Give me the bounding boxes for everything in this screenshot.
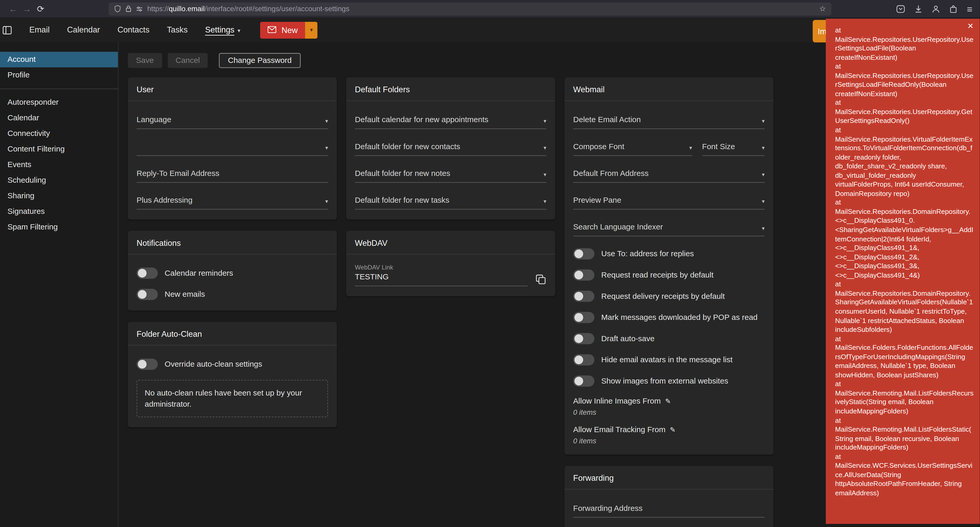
calendar-reminders-toggle-row[interactable]: Calendar reminders [137,266,328,279]
lock-icon[interactable] [125,5,132,13]
hide-avatars-toggle-row[interactable]: Hide email avatars in the message list [573,353,765,366]
toggle-switch[interactable] [573,333,595,344]
toggle-switch[interactable] [573,312,595,323]
url-text[interactable]: https://quillo.email/interface/root#/set… [147,5,815,13]
read-receipts-toggle-row[interactable]: Request read receipts by default [573,268,765,281]
forwarding-card: Forwarding Forwarding Address [565,466,773,527]
reload-icon[interactable]: ⟳ [34,4,48,14]
url-path: /interface/root#/settings/user/account-s… [205,5,349,13]
sidebar-item-content-filtering[interactable]: Content Filtering [0,142,118,157]
default-from-address-select[interactable]: Default From Address ▾ [573,166,765,183]
card-title: Forwarding [565,466,773,490]
use-to-address-toggle-row[interactable]: Use To: address for replies [573,247,765,260]
toggle-label: Request read receipts by default [601,270,714,279]
stack-frame: at MailService.WCF.Services.UserSettings… [835,452,974,497]
toggle-switch[interactable] [573,269,595,280]
chevron-down-icon: ▾ [544,118,547,124]
nav-item-calendar[interactable]: Calendar [58,18,109,42]
stack-frame: at MailService.Repositories.DomainReposi… [835,280,974,334]
default-calendar-select[interactable]: Default calendar for new appointments ▾ [355,112,547,129]
pocket-icon[interactable] [896,5,905,13]
toggle-switch[interactable] [137,358,158,369]
chevron-down-icon: ▾ [325,118,328,124]
default-notes-folder-select[interactable]: Default folder for new notes ▾ [355,166,547,183]
forwarding-address-input[interactable]: Forwarding Address [573,501,765,517]
toggle-switch[interactable] [573,354,595,365]
permissions-icon[interactable] [136,5,143,12]
bookmark-star-icon[interactable]: ☆ [819,5,826,13]
change-password-button[interactable]: Change Password [219,53,300,68]
sidebar-item-profile[interactable]: Profile [0,67,118,83]
extensions-icon[interactable] [949,5,958,13]
sidebar-item-signatures[interactable]: Signatures [0,204,118,220]
toggle-label: Show images from external websites [601,376,729,385]
toggle-switch[interactable] [137,288,158,299]
search-language-indexer-select[interactable]: Search Language Indexer ▾ [573,220,765,236]
plus-addressing-select[interactable]: Plus Addressing ▾ [137,193,328,210]
edit-icon[interactable]: ✎ [670,426,675,434]
close-icon[interactable]: ✕ [967,22,974,31]
list-item-count: 0 items [573,409,765,416]
url-bar[interactable]: https://quillo.email/interface/root#/set… [109,2,832,15]
toggle-switch[interactable] [573,375,595,387]
new-emails-toggle-row[interactable]: New emails [137,287,328,300]
preview-pane-select[interactable]: Preview Pane ▾ [573,193,765,210]
shield-icon[interactable] [114,5,121,13]
nav-item-settings[interactable]: Settings▾ [196,17,249,43]
stack-frame: at MailService.Repositories.UserReposito… [835,98,974,126]
field-label: Delete Email Action [573,115,641,124]
toggle-label: Mark messages downloaded by POP as read [601,313,757,322]
font-size-select[interactable]: Font Size ▾ [702,139,765,156]
toggle-switch[interactable] [573,248,595,259]
copy-icon[interactable] [535,274,546,287]
forward-icon[interactable]: → [20,4,34,14]
language-select[interactable]: Language ▾ [137,112,328,129]
override-auto-clean-toggle-row[interactable]: Override auto-clean settings [137,357,328,370]
back-icon[interactable]: ← [6,4,20,14]
toggle-switch[interactable] [573,290,595,301]
sidebar-item-spam-filtering[interactable]: Spam Filtering [0,220,118,235]
sidebar-item-events[interactable]: Events [0,157,118,173]
sidebar-toggle-icon[interactable] [3,25,12,35]
chevron-down-icon: ▾ [310,27,313,33]
delete-email-action-select[interactable]: Delete Email Action ▾ [573,112,765,129]
downloads-icon[interactable] [915,5,923,13]
draft-auto-save-toggle-row[interactable]: Draft auto-save [573,332,765,345]
toggle-label: Draft auto-save [601,334,655,343]
compose-font-select[interactable]: Compose Font ▾ [573,139,692,156]
external-images-toggle-row[interactable]: Show images from external websites [573,374,765,387]
nav-item-tasks[interactable]: Tasks [158,18,196,42]
webdav-link-value[interactable]: TESTING [355,271,528,287]
nav-item-contacts[interactable]: Contacts [109,18,158,42]
auto-clean-empty-message: No auto-clean rules have been set up by … [137,380,328,417]
sidebar-item-sharing[interactable]: Sharing [0,188,118,204]
toggle-label: New emails [165,290,205,299]
toggle-label: Request delivery receipts by default [601,291,725,300]
sidebar-item-autoresponder[interactable]: Autoresponder [0,95,118,110]
new-dropdown-button[interactable]: ▾ [305,22,318,38]
sidebar-item-connectivity[interactable]: Connectivity [0,126,118,142]
field-label: Compose Font [573,142,625,151]
nav-item-email[interactable]: Email [21,18,58,42]
toggle-knob [574,291,583,300]
edit-icon[interactable]: ✎ [665,397,671,405]
toggle-knob [138,268,146,277]
new-button[interactable]: New [260,22,305,38]
save-button[interactable]: Save [128,53,162,68]
reply-to-email-input[interactable]: Reply-To Email Address [137,166,328,183]
sidebar-item-scheduling[interactable]: Scheduling [0,173,118,188]
notifications-card: Notifications Calendar reminders New ema… [128,231,337,310]
url-scheme: https:// [147,5,169,13]
pop-read-toggle-row[interactable]: Mark messages downloaded by POP as read [573,310,765,323]
sidebar-item-account[interactable]: Account [0,52,118,67]
default-contacts-folder-select[interactable]: Default folder for new contacts ▾ [355,139,547,156]
field-label: Preview Pane [573,196,621,205]
sidebar-item-calendar[interactable]: Calendar [0,110,118,126]
delivery-receipts-toggle-row[interactable]: Request delivery receipts by default [573,290,765,303]
cancel-button[interactable]: Cancel [167,53,208,68]
account-icon[interactable] [932,5,940,13]
default-tasks-folder-select[interactable]: Default folder for new tasks ▾ [355,193,547,210]
toggle-switch[interactable] [137,267,158,278]
unlabeled-select[interactable]: ▾ [137,139,328,156]
menu-icon[interactable]: ≡ [967,4,972,14]
